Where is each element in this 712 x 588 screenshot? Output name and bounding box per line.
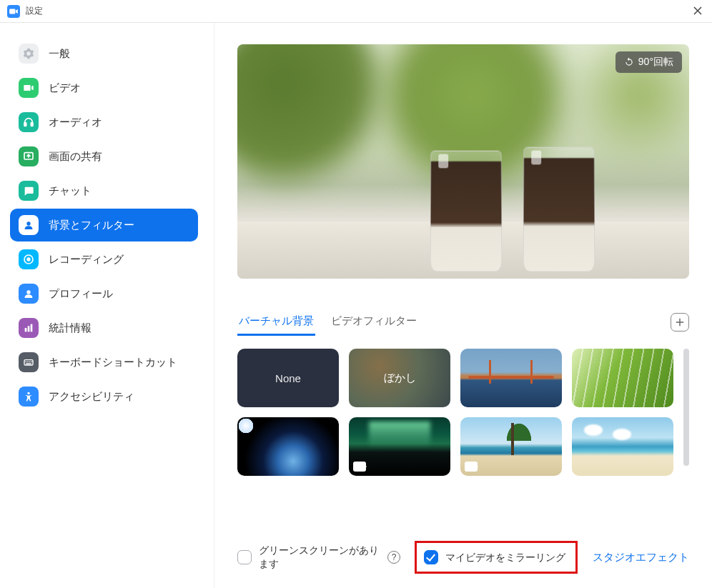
sidebar-item-label: 統計情報 bbox=[49, 322, 92, 335]
rotate-icon bbox=[624, 57, 634, 67]
rotate-label: 90°回転 bbox=[638, 56, 673, 69]
sidebar-item-label: 一般 bbox=[49, 47, 70, 61]
help-icon[interactable]: ? bbox=[387, 551, 400, 564]
studio-effects-link[interactable]: スタジオエフェクト bbox=[593, 551, 689, 564]
green-screen-checkbox[interactable]: グリーンスクリーンがあります bbox=[237, 544, 380, 571]
svg-rect-1 bbox=[31, 123, 33, 126]
keyboard-icon bbox=[19, 352, 39, 372]
svg-point-5 bbox=[26, 257, 30, 261]
sidebar-item-screen-share[interactable]: 画面の共有 bbox=[10, 140, 198, 173]
bg-blur-label: ぼかし bbox=[384, 372, 416, 385]
person-bg-icon bbox=[19, 215, 39, 235]
tabs-row: バーチャル背景 ビデオフィルター bbox=[237, 309, 689, 336]
scrollbar[interactable] bbox=[683, 349, 689, 466]
video-badge-icon bbox=[353, 462, 366, 472]
sidebar-item-chat[interactable]: チャット bbox=[10, 174, 198, 207]
sidebar-item-recording[interactable]: レコーディング bbox=[10, 243, 198, 276]
bg-tile-grass[interactable] bbox=[572, 349, 673, 407]
svg-point-3 bbox=[26, 221, 30, 225]
close-button[interactable] bbox=[691, 2, 705, 21]
video-badge-icon bbox=[465, 462, 478, 472]
share-screen-icon bbox=[19, 146, 39, 166]
mirror-video-highlight: マイビデオをミラーリング bbox=[415, 541, 578, 574]
chat-icon bbox=[19, 181, 39, 201]
svg-rect-8 bbox=[28, 326, 30, 332]
sidebar-item-statistics[interactable]: 統計情報 bbox=[10, 312, 198, 344]
options-row: グリーンスクリーンがあります ? マイビデオをミラーリング スタジオエフェクト bbox=[237, 524, 689, 574]
accessibility-icon bbox=[19, 387, 39, 407]
video-preview: 90°回転 bbox=[237, 44, 689, 279]
sidebar-item-general[interactable]: 一般 bbox=[10, 37, 198, 70]
titlebar: 設定 bbox=[0, 0, 712, 23]
sidebar-item-label: オーディオ bbox=[49, 116, 102, 129]
svg-point-6 bbox=[26, 290, 30, 294]
mirror-video-label: マイビデオをミラーリング bbox=[445, 551, 565, 564]
sidebar-item-label: レコーディング bbox=[49, 253, 124, 266]
bg-tile-bridge[interactable] bbox=[460, 349, 562, 407]
bg-tile-earth[interactable] bbox=[237, 417, 339, 476]
rotate-90-button[interactable]: 90°回転 bbox=[615, 51, 682, 73]
record-icon bbox=[19, 249, 39, 269]
video-icon bbox=[19, 78, 39, 98]
bg-none-label: None bbox=[275, 372, 301, 384]
svg-rect-7 bbox=[25, 328, 27, 332]
tab-virtual-background[interactable]: バーチャル背景 bbox=[237, 309, 315, 336]
main-content: 90°回転 バーチャル背景 ビデオフィルター None ぼかし bbox=[214, 23, 712, 588]
zoom-app-icon bbox=[7, 5, 20, 18]
sidebar-item-label: チャット bbox=[49, 184, 92, 198]
bg-tile-beach[interactable] bbox=[572, 417, 673, 476]
gear-icon bbox=[19, 44, 39, 64]
sidebar-item-label: 背景とフィルター bbox=[49, 219, 134, 232]
sidebar-item-video[interactable]: ビデオ bbox=[10, 71, 198, 104]
svg-rect-0 bbox=[24, 123, 26, 126]
sidebar-item-keyboard-shortcuts[interactable]: キーボードショートカット bbox=[10, 346, 198, 379]
settings-sidebar: 一般 ビデオ オーディオ 画面の共有 チャット 背景とフィルター bbox=[0, 23, 214, 588]
checkbox-unchecked-icon bbox=[237, 550, 252, 564]
bg-tile-blur[interactable]: ぼかし bbox=[349, 349, 450, 407]
bg-tile-palm[interactable] bbox=[460, 417, 562, 476]
plus-icon bbox=[675, 317, 685, 327]
sidebar-item-label: ビデオ bbox=[49, 81, 81, 95]
mirror-video-checkbox[interactable]: マイビデオをミラーリング bbox=[424, 550, 565, 564]
sidebar-item-label: プロフィール bbox=[49, 287, 113, 301]
headphone-icon bbox=[19, 112, 39, 132]
svg-point-11 bbox=[27, 392, 29, 394]
stats-icon bbox=[19, 318, 39, 338]
sidebar-item-label: キーボードショートカット bbox=[49, 356, 177, 369]
green-screen-label: グリーンスクリーンがあります bbox=[259, 544, 380, 571]
bg-tile-aurora[interactable] bbox=[349, 417, 450, 476]
add-background-button[interactable] bbox=[671, 313, 689, 332]
sidebar-item-audio[interactable]: オーディオ bbox=[10, 106, 198, 139]
bg-tile-none[interactable]: None bbox=[237, 349, 339, 407]
svg-rect-10 bbox=[24, 360, 33, 365]
checkbox-checked-icon bbox=[424, 550, 438, 564]
sidebar-item-label: アクセシビリティ bbox=[49, 390, 134, 404]
window-title: 設定 bbox=[26, 5, 43, 17]
profile-icon bbox=[19, 284, 39, 304]
tab-video-filters[interactable]: ビデオフィルター bbox=[330, 309, 418, 336]
sidebar-item-accessibility[interactable]: アクセシビリティ bbox=[10, 380, 198, 413]
sidebar-item-background-filters[interactable]: 背景とフィルター bbox=[10, 209, 198, 241]
sidebar-item-profile[interactable]: プロフィール bbox=[10, 277, 198, 310]
sidebar-item-label: 画面の共有 bbox=[49, 150, 102, 164]
svg-rect-9 bbox=[31, 324, 33, 332]
background-grid: None ぼかし bbox=[237, 349, 689, 476]
